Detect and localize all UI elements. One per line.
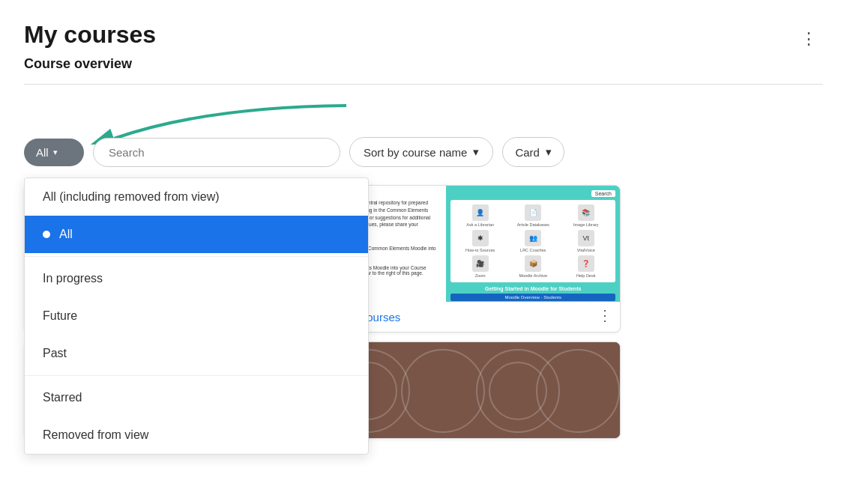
dropdown-item-in-progress[interactable]: In progress bbox=[25, 260, 368, 297]
dropdown-item-past[interactable]: Past bbox=[25, 335, 368, 372]
card-label: Card bbox=[515, 146, 540, 159]
card-chevron-icon: ▾ bbox=[546, 145, 552, 159]
sort-dropdown[interactable]: Sort by course name ▾ bbox=[349, 137, 493, 167]
page-title: My courses bbox=[24, 21, 156, 49]
all-filter-chevron-icon: ▾ bbox=[53, 148, 58, 157]
filter-dropdown-menu: All (including removed from view) All In… bbox=[24, 177, 369, 455]
search-input[interactable] bbox=[93, 138, 340, 167]
all-filter-label: All bbox=[36, 146, 49, 159]
dropdown-item-label: All (including removed from view) bbox=[43, 190, 220, 204]
dropdown-item-label: In progress bbox=[43, 272, 103, 285]
page-options-button[interactable]: ⋮ bbox=[795, 28, 823, 50]
search-wrapper bbox=[93, 138, 340, 167]
card-view-dropdown[interactable]: Card ▾ bbox=[502, 137, 564, 167]
dropdown-item-label: Future bbox=[43, 309, 77, 323]
sort-label: Sort by course name bbox=[364, 146, 467, 159]
sort-chevron-icon: ▾ bbox=[473, 145, 479, 159]
dropdown-item-all[interactable]: All bbox=[25, 216, 368, 253]
section-title: Course overview bbox=[24, 56, 823, 72]
all-filter-dropdown[interactable]: All ▾ bbox=[24, 139, 84, 166]
dropdown-item-label: All bbox=[59, 228, 73, 241]
dropdown-item-label: Removed from view bbox=[43, 428, 148, 442]
course-card-menu-button-common-elements[interactable]: ⋮ bbox=[597, 306, 612, 324]
radio-dot-icon bbox=[43, 231, 50, 238]
dropdown-item-label: Past bbox=[43, 347, 67, 360]
dropdown-item-removed-from-view[interactable]: Removed from view bbox=[25, 416, 368, 454]
course-screenshot-right: Search 👤 Ask a Librarian 📄 Article Datab… bbox=[446, 186, 620, 302]
dropdown-item-starred[interactable]: Starred bbox=[25, 379, 368, 416]
dropdown-divider bbox=[25, 375, 368, 376]
dropdown-item-label: Starred bbox=[43, 391, 82, 404]
divider bbox=[24, 84, 823, 85]
dropdown-item-all-including-removed[interactable]: All (including removed from view) bbox=[25, 178, 368, 216]
toolbar: All ▾ Sort by course name ▾ Card ▾ bbox=[24, 137, 823, 167]
dropdown-divider bbox=[25, 256, 368, 257]
dropdown-item-future[interactable]: Future bbox=[25, 297, 368, 335]
